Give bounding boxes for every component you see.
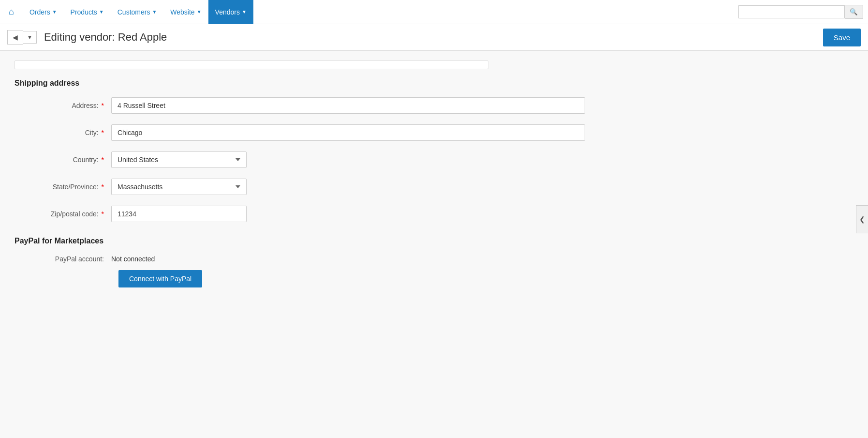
products-dropdown-arrow: ▼ bbox=[99, 9, 104, 15]
nav-customers[interactable]: Customers ▼ bbox=[111, 0, 164, 24]
scroll-top-bar bbox=[15, 60, 488, 69]
country-required: * bbox=[102, 156, 104, 164]
address-required: * bbox=[102, 102, 104, 109]
paypal-account-label: PayPal account: bbox=[15, 255, 111, 263]
nav-search-area: 🔍 bbox=[738, 5, 863, 19]
paypal-account-status: Not connected bbox=[111, 255, 155, 263]
save-button[interactable]: Save bbox=[823, 29, 861, 46]
page-title: Editing vendor: Red Apple bbox=[44, 31, 823, 44]
address-label: Address: * bbox=[15, 102, 111, 109]
back-dropdown-button[interactable]: ▼ bbox=[23, 31, 37, 44]
address-group: Address: * bbox=[15, 97, 614, 114]
country-group: Country: * United States bbox=[15, 151, 614, 168]
state-label: State/Province: * bbox=[15, 183, 111, 191]
top-nav: ⌂ Orders ▼ Products ▼ Customers ▼ Websit… bbox=[0, 0, 868, 24]
shipping-address-section: Shipping address Address: * City: * Coun… bbox=[15, 79, 614, 222]
connect-paypal-button[interactable]: Connect with PayPal bbox=[118, 270, 202, 287]
sidebar-toggle-button[interactable]: ❮ bbox=[856, 205, 868, 233]
address-input[interactable] bbox=[111, 97, 585, 114]
back-button[interactable]: ◀ bbox=[7, 30, 23, 45]
zip-input[interactable] bbox=[111, 206, 247, 222]
nav-products[interactable]: Products ▼ bbox=[64, 0, 111, 24]
orders-dropdown-arrow: ▼ bbox=[52, 9, 57, 15]
state-group: State/Province: * Massachusetts bbox=[15, 179, 614, 195]
global-search-input[interactable] bbox=[738, 5, 845, 18]
page-toolbar: ◀ ▼ Editing vendor: Red Apple Save bbox=[0, 24, 868, 51]
paypal-section: PayPal for Marketplaces PayPal account: … bbox=[15, 237, 614, 287]
paypal-connect-row: Connect with PayPal bbox=[15, 270, 614, 287]
country-label: Country: * bbox=[15, 156, 111, 164]
zip-required: * bbox=[102, 210, 104, 218]
state-select[interactable]: Massachusetts bbox=[111, 179, 247, 195]
zip-group: Zip/postal code: * bbox=[15, 206, 614, 222]
vendors-dropdown-arrow: ▼ bbox=[242, 9, 247, 15]
state-required: * bbox=[102, 183, 104, 191]
home-icon[interactable]: ⌂ bbox=[5, 4, 18, 19]
nav-orders[interactable]: Orders ▼ bbox=[23, 0, 64, 24]
main-content: Shipping address Address: * City: * Coun… bbox=[0, 51, 629, 297]
zip-label: Zip/postal code: * bbox=[15, 210, 111, 218]
customers-dropdown-arrow: ▼ bbox=[152, 9, 157, 15]
city-group: City: * bbox=[15, 124, 614, 141]
city-label: City: * bbox=[15, 129, 111, 136]
city-required: * bbox=[102, 129, 104, 136]
shipping-address-title: Shipping address bbox=[15, 79, 614, 88]
paypal-section-title: PayPal for Marketplaces bbox=[15, 237, 614, 245]
global-search-button[interactable]: 🔍 bbox=[845, 5, 863, 19]
website-dropdown-arrow: ▼ bbox=[197, 9, 202, 15]
nav-website[interactable]: Website ▼ bbox=[163, 0, 208, 24]
nav-vendors[interactable]: Vendors ▼ bbox=[208, 0, 253, 24]
city-input[interactable] bbox=[111, 124, 585, 141]
country-select[interactable]: United States bbox=[111, 151, 247, 168]
paypal-account-row: PayPal account: Not connected bbox=[15, 255, 614, 263]
back-area: ◀ ▼ bbox=[7, 30, 37, 45]
